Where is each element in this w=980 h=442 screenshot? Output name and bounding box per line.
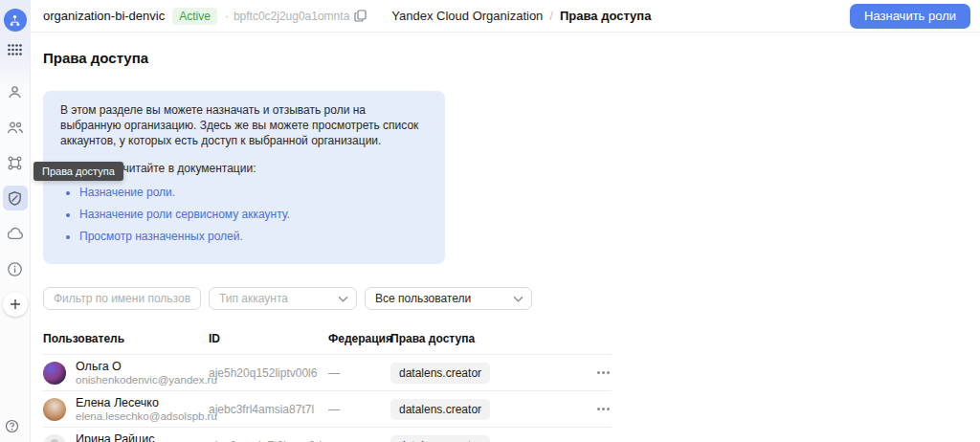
table-row: Ольга О onishenkodenvic@yandex.ru aje5h2… — [43, 355, 612, 391]
federation-value: — — [328, 366, 390, 380]
role-badge: datalens.creator — [390, 435, 490, 442]
status-badge: Active — [172, 8, 217, 25]
column-header-user: Пользователь — [43, 332, 209, 345]
link-view-assigned-roles[interactable]: Просмотр назначенных ролей. — [79, 230, 243, 243]
account-type-select-value: Тип аккаунта — [219, 292, 288, 305]
org-id: bpftc0c2j2ug0a1omnta — [234, 10, 349, 23]
filters-row: Тип аккаунта Все пользователи — [43, 287, 980, 310]
sidebar-nav — [3, 79, 28, 317]
federation-value: — — [328, 403, 390, 416]
user-email: onishenkodenvic@yandex.ru — [76, 373, 217, 387]
chevron-down-icon — [338, 296, 348, 302]
sidebar-tooltip: Права доступа — [33, 162, 123, 181]
access-shield-icon[interactable] — [3, 186, 28, 210]
role-badge: datalens.creator — [390, 399, 490, 420]
list-item: Назначение роли сервисному аккаунту. — [79, 207, 428, 222]
avatar — [43, 362, 66, 385]
user-email: elena.lesechko@adsolspb.ru — [76, 409, 217, 423]
app-root: organization-bi-denvic Active · bpftc0c2… — [0, 0, 980, 442]
avatar — [43, 398, 66, 421]
sidebar — [0, 0, 31, 442]
table-row: Ирина Райцис ira@adsolspb.ru ajec6vundu7… — [43, 428, 612, 442]
user-id: ajec6vundu7t0haau8dm — [209, 439, 328, 442]
breadcrumb-current: Права доступа — [560, 9, 651, 23]
user-name: Ольга О — [76, 360, 217, 373]
column-header-id: ID — [209, 332, 328, 345]
org-structure-logo[interactable] — [4, 9, 27, 32]
info-paragraph-1: В этом разделе вы можете назначать и отз… — [60, 102, 428, 148]
link-assign-role[interactable]: Назначение роли. — [79, 186, 175, 199]
column-header-access-rights: Права доступа — [390, 332, 583, 345]
page-title: Права доступа — [43, 50, 980, 66]
avatar — [43, 434, 66, 442]
users-group-icon[interactable] — [3, 115, 28, 140]
row-actions-button[interactable] — [595, 367, 612, 378]
federation-icon[interactable] — [3, 150, 28, 175]
user-id: ajebc3frl4amsia87t7l — [209, 403, 328, 416]
breadcrumb-separator: / — [549, 9, 553, 23]
access-rights-table: Пользователь ID Федерация Права доступа … — [43, 325, 612, 442]
list-item: Назначение роли. — [79, 185, 428, 200]
org-id-wrap: · bpftc0c2j2ug0a1omnta — [225, 10, 367, 23]
user-name-filter-input[interactable] — [43, 287, 201, 310]
user-icon[interactable] — [3, 79, 28, 104]
breadcrumb-root[interactable]: Yandex Cloud Organization — [391, 9, 543, 23]
list-item: Просмотр назначенных ролей. — [79, 229, 428, 244]
column-header-federation: Федерация — [328, 332, 390, 345]
link-assign-role-service-account[interactable]: Назначение роли сервисному аккаунту. — [79, 208, 290, 221]
account-type-select[interactable]: Тип аккаунта — [209, 287, 357, 310]
users-filter-select[interactable]: Все пользователи — [365, 287, 532, 310]
info-icon[interactable] — [3, 256, 28, 281]
row-actions-button[interactable] — [595, 404, 612, 414]
help-question-icon[interactable] — [5, 419, 19, 436]
org-name[interactable]: organization-bi-denvic — [43, 9, 165, 23]
separator-dot: · — [225, 10, 229, 23]
role-badge: datalens.creator — [390, 363, 490, 384]
services-grid-icon[interactable] — [8, 44, 22, 58]
federation-value: — — [328, 439, 390, 442]
table-header: Пользователь ID Федерация Права доступа — [43, 325, 612, 355]
user-name: Елена Лесечко — [76, 396, 217, 409]
assign-roles-button[interactable]: Назначить роли — [850, 4, 970, 29]
user-name: Ирина Райцис — [76, 432, 156, 442]
org-tree-icon — [9, 14, 21, 27]
doc-links-list: Назначение роли. Назначение роли сервисн… — [60, 185, 428, 244]
person-silhouette-icon — [43, 434, 66, 442]
page-content: Права доступа В этом разделе вы можете н… — [31, 33, 980, 442]
main-area: organization-bi-denvic Active · bpftc0c2… — [31, 0, 980, 442]
add-plus-icon[interactable] — [3, 292, 28, 317]
users-filter-select-value: Все пользователи — [375, 292, 471, 305]
table-row: Елена Лесечко elena.lesechko@adsolspb.ru… — [43, 391, 612, 428]
cloud-icon[interactable] — [3, 221, 28, 246]
breadcrumb: Yandex Cloud Organization / Права доступ… — [391, 9, 651, 23]
user-id: aje5h20q152liptv00l6 — [209, 366, 328, 380]
top-header: organization-bi-denvic Active · bpftc0c2… — [31, 0, 980, 33]
chevron-down-icon — [513, 296, 523, 302]
copy-icon[interactable] — [354, 10, 367, 22]
